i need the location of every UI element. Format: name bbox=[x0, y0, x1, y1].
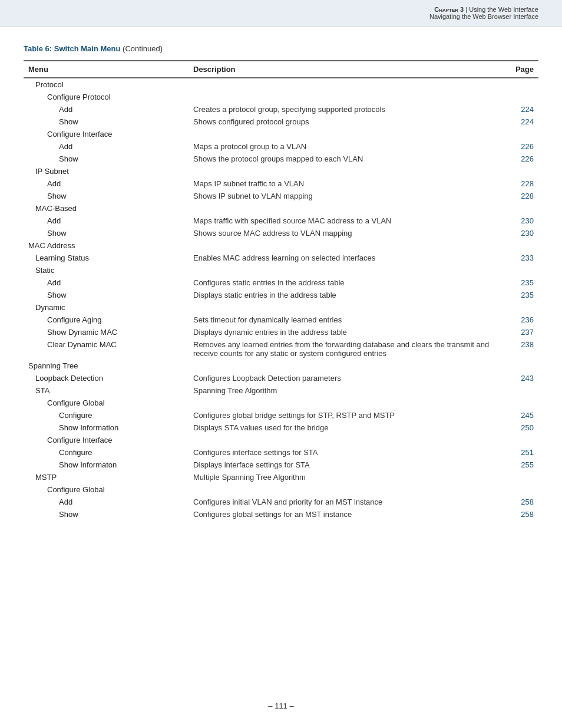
cell-page: 226 bbox=[503, 140, 538, 153]
header-nav: Navigating the Web Browser Interface bbox=[24, 13, 538, 20]
cell-desc: Shows source MAC address to VLAN mapping bbox=[189, 227, 503, 239]
cell-page: 224 bbox=[503, 103, 538, 116]
cell-desc: Configures interface settings for STA bbox=[189, 446, 503, 459]
table-row: AddMaps a protocol group to a VLAN226 bbox=[24, 140, 538, 153]
col-header-menu: Menu bbox=[24, 61, 189, 78]
cell-desc: Maps IP subnet traffic to a VLAN bbox=[189, 177, 503, 190]
cell-desc: Maps traffic with specified source MAC a… bbox=[189, 215, 503, 227]
table-row: AddMaps traffic with specified source MA… bbox=[24, 215, 538, 227]
cell-page: 251 bbox=[503, 446, 538, 459]
cell-page bbox=[503, 264, 538, 276]
cell-page bbox=[503, 384, 538, 397]
cell-desc: Configures global bridge settings for ST… bbox=[189, 409, 503, 421]
cell-page: 250 bbox=[503, 421, 538, 434]
header-title1: Using the Web Interface bbox=[469, 6, 538, 13]
table-row: MAC Address bbox=[24, 239, 538, 252]
cell-menu: Learning Status bbox=[24, 252, 189, 264]
table-row: Configure Global bbox=[24, 397, 538, 409]
header-chapter: Chapter 3 | Using the Web Interface bbox=[24, 6, 538, 13]
table-row: Configure Protocol bbox=[24, 91, 538, 103]
table-row: Protocol bbox=[24, 78, 538, 91]
header-separator: | bbox=[464, 6, 469, 13]
table-header-row: Menu Description Page bbox=[24, 61, 538, 78]
data-table: Menu Description Page ProtocolConfigure … bbox=[24, 60, 538, 521]
table-row: Show InformatonDisplays interface settin… bbox=[24, 459, 538, 471]
cell-desc bbox=[189, 301, 503, 314]
cell-menu: Configure bbox=[24, 446, 189, 459]
table-title-bold: Table 6: Switch Main Menu bbox=[24, 44, 120, 53]
cell-menu: MAC Address bbox=[24, 239, 189, 252]
cell-desc: Configures global settings for an MST in… bbox=[189, 508, 503, 521]
cell-desc: Displays interface settings for STA bbox=[189, 459, 503, 471]
cell-desc bbox=[189, 202, 503, 215]
cell-page bbox=[503, 165, 538, 177]
cell-menu: Add bbox=[24, 496, 189, 508]
cell-menu: Show Dynamic MAC bbox=[24, 326, 189, 338]
cell-page bbox=[503, 202, 538, 215]
cell-page: 258 bbox=[503, 508, 538, 521]
cell-menu: Configure Global bbox=[24, 483, 189, 496]
cell-menu: Add bbox=[24, 103, 189, 116]
table-row: Loopback DetectionConfigures Loopback De… bbox=[24, 372, 538, 384]
cell-desc: Shows configured protocol groups bbox=[189, 116, 503, 128]
table-row: Spanning Tree bbox=[24, 360, 538, 372]
table-row: Configure AgingSets timeout for dynamica… bbox=[24, 314, 538, 326]
cell-menu: Add bbox=[24, 276, 189, 289]
cell-page: 230 bbox=[503, 227, 538, 239]
cell-page: 236 bbox=[503, 314, 538, 326]
cell-page: 235 bbox=[503, 276, 538, 289]
cell-menu: Add bbox=[24, 140, 189, 153]
table-row: MAC-Based bbox=[24, 202, 538, 215]
cell-page bbox=[503, 301, 538, 314]
cell-page: 238 bbox=[503, 338, 538, 360]
cell-page bbox=[503, 78, 538, 91]
cell-page bbox=[503, 128, 538, 140]
cell-menu: MAC-Based bbox=[24, 202, 189, 215]
cell-page bbox=[503, 397, 538, 409]
cell-page bbox=[503, 483, 538, 496]
cell-menu: Show bbox=[24, 116, 189, 128]
cell-menu: Add bbox=[24, 177, 189, 190]
cell-page: 230 bbox=[503, 215, 538, 227]
cell-page: 233 bbox=[503, 252, 538, 264]
table-row: ShowDisplays static entries in the addre… bbox=[24, 289, 538, 301]
cell-desc: Enables MAC address learning on selected… bbox=[189, 252, 503, 264]
cell-desc bbox=[189, 397, 503, 409]
cell-page: 237 bbox=[503, 326, 538, 338]
table-title: Table 6: Switch Main Menu (Continued) bbox=[24, 44, 538, 53]
cell-page bbox=[503, 91, 538, 103]
cell-menu: Spanning Tree bbox=[24, 360, 189, 372]
cell-desc: Displays STA values used for the bridge bbox=[189, 421, 503, 434]
table-row: Static bbox=[24, 264, 538, 276]
table-row: STASpanning Tree Algorithm bbox=[24, 384, 538, 397]
table-title-continued: (Continued) bbox=[120, 44, 163, 53]
cell-desc: Multiple Spanning Tree Algorithm bbox=[189, 471, 503, 483]
table-row: Learning StatusEnables MAC address learn… bbox=[24, 252, 538, 264]
cell-menu: Show bbox=[24, 289, 189, 301]
cell-page bbox=[503, 434, 538, 446]
table-row: ShowShows the protocol groups mapped to … bbox=[24, 153, 538, 165]
cell-menu: Show bbox=[24, 508, 189, 521]
cell-page: 235 bbox=[503, 289, 538, 301]
cell-desc bbox=[189, 264, 503, 276]
cell-desc bbox=[189, 91, 503, 103]
cell-menu: Configure Interface bbox=[24, 128, 189, 140]
cell-menu: Configure Aging bbox=[24, 314, 189, 326]
cell-page: 228 bbox=[503, 190, 538, 202]
cell-desc: Displays dynamic entries in the address … bbox=[189, 326, 503, 338]
col-header-desc: Description bbox=[189, 61, 503, 78]
cell-desc: Displays static entries in the address t… bbox=[189, 289, 503, 301]
cell-desc: Sets timeout for dynamically learned ent… bbox=[189, 314, 503, 326]
table-row: ShowShows IP subnet to VLAN mapping228 bbox=[24, 190, 538, 202]
cell-menu: Show bbox=[24, 227, 189, 239]
cell-desc bbox=[189, 434, 503, 446]
cell-page: 255 bbox=[503, 459, 538, 471]
cell-menu: Loopback Detection bbox=[24, 372, 189, 384]
cell-menu: Configure Interface bbox=[24, 434, 189, 446]
table-row: AddConfigures initial VLAN and priority … bbox=[24, 496, 538, 508]
table-row: Configure Interface bbox=[24, 128, 538, 140]
cell-desc: Removes any learned entries from the for… bbox=[189, 338, 503, 360]
cell-menu: Dynamic bbox=[24, 301, 189, 314]
table-row: Show InformationDisplays STA values used… bbox=[24, 421, 538, 434]
table-row: ShowShows source MAC address to VLAN map… bbox=[24, 227, 538, 239]
